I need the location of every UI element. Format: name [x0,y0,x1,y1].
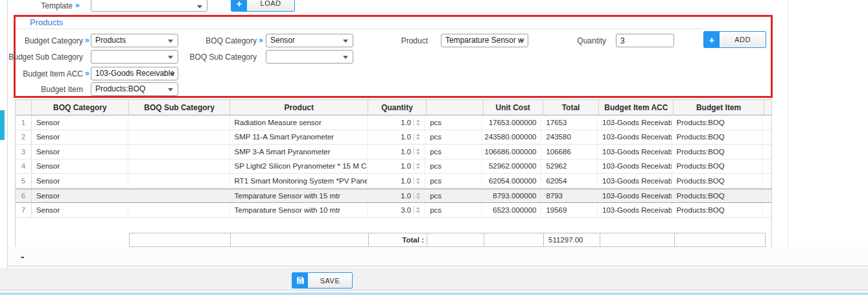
cell-trailing [762,174,771,188]
quantity-value: 1.0 [401,133,411,141]
cell-budget-item-acc: 103-Goods Receivab [598,203,672,217]
cell-budget-item-acc: 103-Goods Receivab [598,174,672,188]
load-button[interactable]: + LOAD [231,0,295,12]
quantity-spinner-icon[interactable] [416,163,420,169]
quantity-input[interactable] [616,34,674,47]
cell-budget-item-acc: 103-Goods Receivab [598,115,672,130]
add-button[interactable]: + ADD [703,31,766,48]
table-row[interactable]: 1SensorRadiation Measure sensor1.0pcs176… [16,115,771,130]
table-row[interactable]: 3SensorSMP 3-A Smart Pyranometer1.0pcs10… [16,145,771,159]
header-rownum [16,100,32,115]
table-row[interactable]: 4SensorSP Light2 Silicon Pyranometer * 1… [16,159,771,174]
budget-category-label: Budget Category [0,36,83,45]
boq-sub-category-dropdown[interactable] [266,50,353,64]
cell-quantity: 1.0 [368,115,426,130]
quantity-spinner-icon[interactable] [416,148,420,155]
cell-boq-category: Sensor [32,115,128,130]
spinner-divider [414,192,414,199]
cell-unit: pcs [425,203,482,217]
cell-quantity: 1.0 [368,145,426,159]
footer-empty-cell [231,233,369,247]
section-footer-strip [8,247,868,266]
cell-boq-category: Sensor [32,189,128,203]
collapse-toggle[interactable]: - [21,251,24,263]
budget-item-acc-label: Budget Item ACC [0,69,83,78]
budget-item-acc-dropdown[interactable]: 103-Goods Receivable [91,67,178,80]
budget-sub-category-dropdown[interactable] [91,50,178,64]
footer-empty-cell [129,233,231,247]
spinner-divider [414,177,414,184]
spinner-divider [414,206,414,213]
chevron-down-icon [168,88,173,91]
required-chevron-icon: » [259,36,263,45]
plus-icon: + [231,0,247,11]
boq-category-dropdown[interactable]: Sensor [266,34,353,47]
cell-budget-item-acc: 103-Goods Receivab [598,189,672,203]
product-dropdown[interactable]: Temparature Sensor w [441,34,528,47]
table-row[interactable]: 2SensorSMP 11-A Smart Pyranometer1.0pcs2… [16,130,771,145]
header-total: Total [543,100,600,115]
cell-num: 5 [16,174,32,188]
table-row[interactable]: 5SensorRT1 Smart Monitoring System *PV P… [16,174,771,189]
template-required-chevron-icon: » [75,1,80,10]
budget-sub-category-label: Budget Sub Category [0,53,83,62]
table-footer-row: Total : 511297.00 [16,233,771,247]
template-label: Template [19,1,73,10]
plus-icon: + [704,32,720,47]
budget-item-dropdown[interactable]: Products:BOQ [91,82,178,96]
save-button-label: SAVE [308,273,352,288]
quantity-spinner-icon[interactable] [416,119,420,126]
cell-quantity: 1.0 [368,159,426,174]
cell-budget-item: Products:BOQ [672,159,762,174]
cell-budget-item: Products:BOQ [672,115,762,130]
required-chevron-icon: » [85,36,89,45]
footer-total-value: 511297.00 [544,233,600,247]
chevron-down-icon [343,56,348,59]
cell-quantity: 3.0 [368,203,426,217]
chevron-down-icon [168,56,173,59]
cell-num: 2 [16,130,32,145]
cell-num: 6 [16,189,32,203]
load-button-label: LOAD [247,0,294,11]
cell-boq-sub-category [128,189,229,203]
header-boq-category: BOQ Category [32,100,129,115]
cell-unit-cost: 52962.000000 [482,159,542,174]
quantity-spinner-icon[interactable] [416,178,420,184]
quantity-spinner-icon[interactable] [416,193,420,199]
cell-unit: pcs [425,115,482,130]
cell-product: Temparature Sensor with 15 mtr [230,189,368,203]
spinner-divider [414,134,414,141]
budget-category-dropdown[interactable]: Products [91,34,178,47]
save-button[interactable]: SAVE [292,272,353,289]
header-unit-cost: Unit Cost [484,100,543,115]
cell-boq-category: Sensor [32,203,128,217]
table-row[interactable]: 7SensorTemparature Sensor with 10 mtr3.0… [16,203,771,218]
scrollbar-indicator[interactable] [0,110,5,140]
add-button-label: ADD [720,32,766,47]
cell-unit-cost: 6523.000000 [482,203,542,217]
budget-item-value: Products:BOQ [95,84,145,93]
template-dropdown[interactable] [91,0,207,12]
quantity-value: 1.0 [401,192,411,200]
table-row[interactable]: 6SensorTemparature Sensor with 15 mtr1.0… [16,189,771,204]
cell-boq-sub-category [128,130,229,145]
quantity-spinner-icon[interactable] [416,207,420,213]
cell-total: 17653 [541,115,598,130]
cell-unit: pcs [425,159,482,174]
boq-sub-category-label: BOQ Sub Category [182,53,257,62]
boq-category-value: Sensor [270,36,295,45]
cell-boq-sub-category [128,159,229,174]
budget-item-label: Budget Item [0,85,83,94]
cell-num: 7 [16,203,32,217]
cell-boq-category: Sensor [32,174,128,188]
cell-boq-sub-category [128,115,229,130]
footer-band [0,268,868,290]
cell-unit: pcs [425,145,482,159]
header-budget-item-acc: Budget Item ACC [599,100,674,115]
cell-num: 4 [16,159,32,174]
cell-total: 52962 [541,159,598,174]
header-boq-sub-category: BOQ Sub Category [129,100,231,115]
chevron-down-icon [197,5,202,8]
panel-divider [16,29,703,29]
quantity-spinner-icon[interactable] [416,134,420,140]
